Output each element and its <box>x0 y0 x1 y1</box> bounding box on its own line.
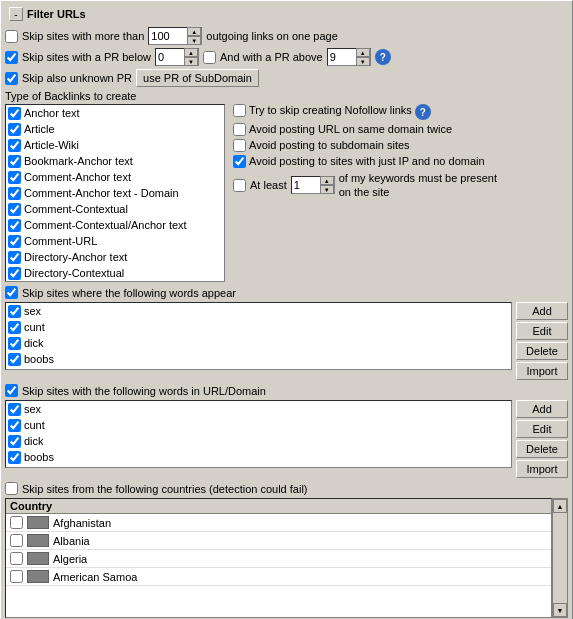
skip-unknown-pr-checkbox[interactable] <box>5 72 18 85</box>
ip-checkbox[interactable] <box>233 155 246 168</box>
skip-url-word-boobs[interactable]: boobs <box>6 449 511 465</box>
skip-url-listbox[interactable]: sex cunt dick boobs boob <box>5 400 512 468</box>
at-least-spin-down[interactable]: ▼ <box>320 185 334 194</box>
countries-scroll-up[interactable]: ▲ <box>553 499 567 513</box>
country-row-afghanistan[interactable]: Afghanistan <box>6 514 551 532</box>
skip-word-sex-1-checkbox[interactable] <box>8 305 21 318</box>
skip-url-word-dick-checkbox[interactable] <box>8 435 21 448</box>
skip-word-sex-1[interactable]: sex <box>6 303 511 319</box>
backlink-item-anchor[interactable]: Anchor text <box>6 105 224 121</box>
pr-below-spin-up[interactable]: ▲ <box>184 48 198 57</box>
country-albania-checkbox[interactable] <box>10 534 23 547</box>
use-subdomain-button[interactable]: use PR of SubDomain <box>136 69 259 87</box>
pr-below-spin-down[interactable]: ▼ <box>184 57 198 66</box>
skip-sites-input[interactable] <box>149 28 187 44</box>
skip-url-word-boob-checkbox[interactable] <box>8 467 21 469</box>
pr-above-input[interactable] <box>328 49 356 65</box>
skip-word-boob-1-checkbox[interactable] <box>8 369 21 371</box>
backlink-anchor-checkbox[interactable] <box>8 107 21 120</box>
panel-title: Filter URLs <box>27 8 86 20</box>
at-least-input[interactable] <box>292 177 320 193</box>
skip-word-dick-1-checkbox[interactable] <box>8 337 21 350</box>
skip-url-import-button[interactable]: Import <box>516 460 568 478</box>
backlink-article-wiki-checkbox[interactable] <box>8 139 21 152</box>
skip-url-word-sex[interactable]: sex <box>6 401 511 417</box>
countries-scroll-down[interactable]: ▼ <box>553 603 567 617</box>
skip-url-delete-button[interactable]: Delete <box>516 440 568 458</box>
nofollow-checkbox[interactable] <box>233 104 246 117</box>
skip-words-add-button[interactable]: Add <box>516 302 568 320</box>
pr-help-icon[interactable]: ? <box>375 49 391 65</box>
skip-url-word-sex-checkbox[interactable] <box>8 403 21 416</box>
at-least-input-wrapper: ▲ ▼ <box>291 176 335 194</box>
backlink-comment-url-checkbox[interactable] <box>8 235 21 248</box>
pr-below-input[interactable] <box>156 49 184 65</box>
skip-url-edit-button[interactable]: Edit <box>516 420 568 438</box>
skip-words-listbox[interactable]: sex cunt dick boobs boob <box>5 302 512 370</box>
skip-word-cunt-1-checkbox[interactable] <box>8 321 21 334</box>
skip-url-list-area: sex cunt dick boobs boob <box>5 400 568 478</box>
country-row-algeria[interactable]: Algeria <box>6 550 551 568</box>
skip-word-boobs-1[interactable]: boobs <box>6 351 511 367</box>
skip-pr-checkbox[interactable] <box>5 51 18 64</box>
backlink-comment-anchor-domain-checkbox[interactable] <box>8 187 21 200</box>
country-algeria-checkbox[interactable] <box>10 552 23 565</box>
skip-sites-spin-up[interactable]: ▲ <box>187 27 201 36</box>
backlink-item-directory-contextual[interactable]: Directory-Contextual <box>6 265 224 281</box>
skip-url-word-boobs-checkbox[interactable] <box>8 451 21 464</box>
skip-sites-checkbox[interactable] <box>5 30 18 43</box>
skip-url-word-dick[interactable]: dick <box>6 433 511 449</box>
country-american-samoa-flag <box>27 570 49 583</box>
backlink-item-comment-url[interactable]: Comment-URL <box>6 233 224 249</box>
skip-words-checkbox[interactable] <box>5 286 18 299</box>
countries-listbox[interactable]: Country Afghanistan Albania Algeria <box>5 498 552 618</box>
skip-url-checkbox[interactable] <box>5 384 18 397</box>
country-row-american-samoa[interactable]: American Samoa <box>6 568 551 586</box>
skip-words-delete-button[interactable]: Delete <box>516 342 568 360</box>
backlinks-listbox[interactable]: Anchor text Article Article-Wiki Bookmar… <box>5 104 225 282</box>
backlink-bookmark-anchor-checkbox[interactable] <box>8 155 21 168</box>
ip-label: Avoid posting to sites with just IP and … <box>249 155 485 167</box>
backlink-item-article[interactable]: Article <box>6 121 224 137</box>
nofollow-help-icon[interactable]: ? <box>415 104 431 120</box>
pr-above-spin-up[interactable]: ▲ <box>356 48 370 57</box>
subdomain-checkbox[interactable] <box>233 139 246 152</box>
backlink-item-article-wiki[interactable]: Article-Wiki <box>6 137 224 153</box>
and-pr-checkbox[interactable] <box>203 51 216 64</box>
subdomain-option-row: Avoid posting to subdomain sites <box>233 139 568 152</box>
backlink-article-checkbox[interactable] <box>8 123 21 136</box>
skip-sites-spin-down[interactable]: ▼ <box>187 36 201 45</box>
backlink-item-comment-anchor[interactable]: Comment-Anchor text <box>6 169 224 185</box>
at-least-checkbox[interactable] <box>233 179 246 192</box>
backlink-comment-contextual-checkbox[interactable] <box>8 203 21 216</box>
skip-words-edit-button[interactable]: Edit <box>516 322 568 340</box>
backlink-item-comment-contextual[interactable]: Comment-Contextual <box>6 201 224 217</box>
country-afghanistan-checkbox[interactable] <box>10 516 23 529</box>
countries-checkbox[interactable] <box>5 482 18 495</box>
country-row-albania[interactable]: Albania <box>6 532 551 550</box>
pr-above-spin-down[interactable]: ▼ <box>356 57 370 66</box>
backlink-comment-contextual-anchor-checkbox[interactable] <box>8 219 21 232</box>
skip-words-import-button[interactable]: Import <box>516 362 568 380</box>
at-least-spin-up[interactable]: ▲ <box>320 176 334 185</box>
backlink-item-bookmark-anchor[interactable]: Bookmark-Anchor text <box>6 153 224 169</box>
skip-url-word-cunt-checkbox[interactable] <box>8 419 21 432</box>
pr-above-spinners: ▲ ▼ <box>356 48 370 66</box>
backlink-item-comment-contextual-anchor[interactable]: Comment-Contextual/Anchor text <box>6 217 224 233</box>
backlink-item-directory-anchor[interactable]: Directory-Anchor text <box>6 249 224 265</box>
skip-word-boob-1[interactable]: boob <box>6 367 511 370</box>
backlink-directory-contextual-checkbox[interactable] <box>8 267 21 280</box>
skip-sites-row: Skip sites with more than ▲ ▼ outgoing l… <box>5 27 568 45</box>
collapse-button[interactable]: - <box>9 7 23 21</box>
skip-url-add-button[interactable]: Add <box>516 400 568 418</box>
backlink-item-comment-anchor-domain[interactable]: Comment-Anchor text - Domain <box>6 185 224 201</box>
skip-url-word-boob[interactable]: boob <box>6 465 511 468</box>
skip-url-word-cunt[interactable]: cunt <box>6 417 511 433</box>
skip-word-boobs-1-checkbox[interactable] <box>8 353 21 366</box>
skip-word-cunt-1[interactable]: cunt <box>6 319 511 335</box>
backlink-directory-anchor-checkbox[interactable] <box>8 251 21 264</box>
country-american-samoa-checkbox[interactable] <box>10 570 23 583</box>
skip-word-dick-1[interactable]: dick <box>6 335 511 351</box>
backlink-comment-anchor-checkbox[interactable] <box>8 171 21 184</box>
same-domain-checkbox[interactable] <box>233 123 246 136</box>
